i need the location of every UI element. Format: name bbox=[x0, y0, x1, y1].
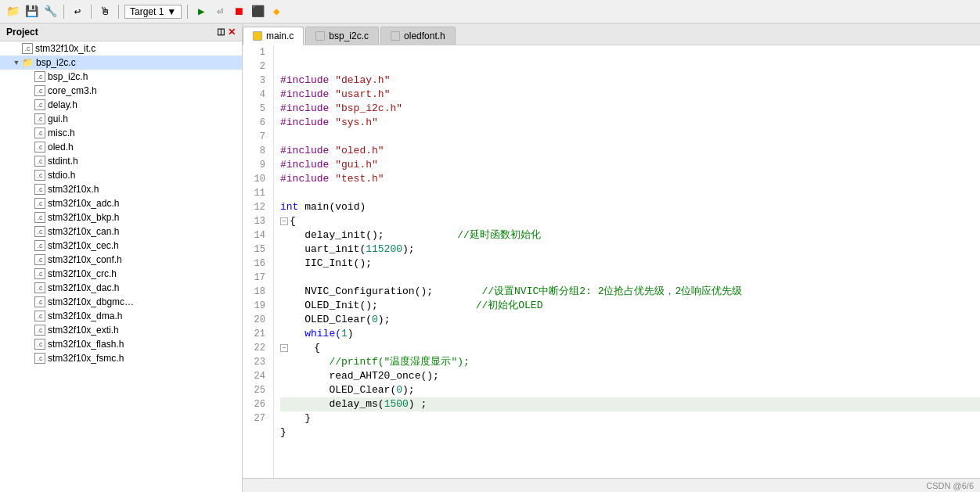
sidebar-item-stdint_h[interactable]: .cstdint.h bbox=[0, 154, 242, 168]
line-number-1: 1 bbox=[246, 45, 268, 59]
sidebar-item-stm32f10x_exti[interactable]: .cstm32f10x_exti.h bbox=[0, 323, 242, 337]
line-number-24: 24 bbox=[246, 369, 268, 383]
file-icon: .c bbox=[34, 170, 45, 181]
token: "usart.h" bbox=[335, 88, 390, 100]
expand-icon bbox=[25, 101, 33, 109]
toolbar-icon-file[interactable]: 📁 bbox=[5, 4, 20, 20]
tab-bsp_i2c_c[interactable]: bsp_i2c.c bbox=[305, 27, 379, 45]
token: { bbox=[290, 342, 320, 354]
code-editor[interactable]: 1234567891011121314151617181920212223242… bbox=[243, 45, 980, 478]
toolbar-icon-stop[interactable]: ⏹ bbox=[231, 4, 247, 20]
sidebar-item-bsp_i2c[interactable]: ▼📁bsp_i2c.c bbox=[0, 56, 242, 70]
line-number-17: 17 bbox=[246, 271, 268, 285]
sidebar-item-stm32f10x_crc[interactable]: .cstm32f10x_crc.h bbox=[0, 267, 242, 281]
sidebar-item-stm32f10x_flash[interactable]: .cstm32f10x_flash.h bbox=[0, 337, 242, 351]
token: #include bbox=[280, 145, 335, 156]
sidebar-item-stm32f10x_adc[interactable]: .cstm32f10x_adc.h bbox=[0, 196, 242, 210]
file-icon: .c bbox=[34, 254, 45, 265]
sidebar-item-misc_h[interactable]: .cmisc.h bbox=[0, 126, 242, 140]
sidebar-item-label: bsp_i2c.h bbox=[48, 71, 88, 82]
toolbar-separator-1 bbox=[63, 5, 64, 19]
toolbar-icon-green[interactable]: ⬛ bbox=[250, 4, 265, 20]
sidebar-item-stm32f10x_cec[interactable]: .cstm32f10x_cec.h bbox=[0, 239, 242, 253]
target-label: Target 1 bbox=[130, 6, 164, 17]
token: //设置NVIC中断分组2: 2位抢占优先级，2位响应优先级 bbox=[433, 286, 742, 297]
line-number-4: 4 bbox=[246, 88, 268, 102]
sidebar-item-label: stm32f10x_conf.h bbox=[48, 254, 122, 265]
code-line-26: } bbox=[280, 426, 980, 440]
token: ) bbox=[348, 328, 354, 339]
line-number-10: 10 bbox=[246, 172, 268, 186]
sidebar-item-stm32f10x_dbgmc[interactable]: .cstm32f10x_dbgmc… bbox=[0, 295, 242, 309]
sidebar-item-stm32f10x_bkp[interactable]: .cstm32f10x_bkp.h bbox=[0, 210, 242, 224]
line-number-25: 25 bbox=[246, 383, 268, 397]
line-number-21: 21 bbox=[246, 327, 268, 341]
expand-icon[interactable]: ▼ bbox=[13, 59, 20, 66]
fold-icon-11[interactable]: − bbox=[280, 217, 288, 225]
sidebar-item-core_cm3[interactable]: .ccore_cm3.h bbox=[0, 84, 242, 98]
sidebar-item-label: misc.h bbox=[48, 127, 75, 138]
sidebar-item-stm32f10x_it[interactable]: .cstm32f10x_it.c bbox=[0, 41, 242, 56]
sidebar-item-stm32f10x_can[interactable]: .cstm32f10x_can.h bbox=[0, 224, 242, 239]
expand-icon bbox=[25, 312, 33, 320]
token: ); bbox=[378, 314, 391, 325]
file-icon: .c bbox=[34, 184, 45, 195]
expand-icon bbox=[25, 199, 33, 207]
token: #include bbox=[280, 88, 335, 100]
file-icon: .c bbox=[34, 113, 45, 124]
toolbar-icon-play[interactable]: ▶ bbox=[193, 4, 209, 20]
tab-icon bbox=[391, 31, 400, 41]
expand-icon bbox=[25, 326, 33, 334]
file-icon: .c bbox=[34, 212, 45, 223]
expand-icon bbox=[25, 284, 33, 292]
sidebar-item-stm32f10x_h[interactable]: .cstm32f10x.h bbox=[0, 182, 242, 196]
toolbar-icon-orange[interactable]: ◆ bbox=[268, 4, 284, 20]
file-icon: .c bbox=[34, 99, 45, 110]
toolbar-icon-cursor[interactable]: 🖱 bbox=[97, 4, 113, 20]
sidebar-close-icon[interactable]: ✕ bbox=[228, 27, 236, 38]
toolbar-icon-step[interactable]: ⏎ bbox=[212, 4, 228, 20]
toolbar-icon-build[interactable]: 🔧 bbox=[42, 4, 58, 20]
token: int bbox=[280, 201, 304, 213]
sidebar-item-label: stdio.h bbox=[48, 170, 75, 181]
expand-icon bbox=[25, 115, 33, 123]
toolbar-icon-undo[interactable]: ↩ bbox=[70, 4, 85, 20]
tab-label: bsp_i2c.c bbox=[329, 31, 369, 41]
code-line-17: OLED_Init(); //初始化OLED bbox=[280, 299, 980, 313]
sidebar-item-stm32f10x_dma[interactable]: .cstm32f10x_dma.h bbox=[0, 309, 242, 323]
code-line-8: #include "test.h" bbox=[280, 172, 980, 186]
code-line-18: OLED_Clear(0); bbox=[280, 313, 980, 327]
line-number-12: 12 bbox=[246, 200, 268, 214]
file-icon: .c bbox=[22, 43, 33, 54]
expand-icon bbox=[25, 270, 33, 278]
code-content[interactable]: #include "delay.h"#include "usart.h"#inc… bbox=[274, 45, 980, 478]
expand-icon bbox=[25, 87, 33, 95]
line-number-15: 15 bbox=[246, 242, 268, 257]
sidebar-item-stdio_h[interactable]: .cstdio.h bbox=[0, 168, 242, 182]
folder-icon: 📁 bbox=[22, 57, 34, 68]
target-selector[interactable]: Target 1 ▼ bbox=[124, 5, 182, 19]
sidebar-item-label: oled.h bbox=[48, 142, 74, 153]
code-line-23: OLED_Clear(0); bbox=[280, 383, 980, 397]
tab-main_c[interactable]: main.c bbox=[243, 27, 304, 45]
expand-icon bbox=[25, 129, 33, 137]
file-icon: .c bbox=[34, 240, 45, 251]
code-line-12: delay_init(); //延时函数初始化 bbox=[280, 228, 980, 242]
target-dropdown-icon[interactable]: ▼ bbox=[167, 6, 176, 17]
sidebar-item-stm32f10x_dac[interactable]: .cstm32f10x_dac.h bbox=[0, 281, 242, 295]
line-number-22: 22 bbox=[246, 341, 268, 355]
sidebar-item-stm32f10x_conf[interactable]: .cstm32f10x_conf.h bbox=[0, 253, 242, 267]
toolbar-separator-2 bbox=[91, 5, 92, 19]
sidebar-item-bsp_i2c_h[interactable]: .cbsp_i2c.h bbox=[0, 70, 242, 84]
fold-icon-20[interactable]: − bbox=[280, 344, 288, 352]
token: main(void) bbox=[304, 201, 366, 213]
sidebar-pin-icon[interactable]: ◫ bbox=[217, 27, 225, 38]
tab-oledfont_h[interactable]: oledfont.h bbox=[380, 27, 456, 45]
sidebar-item-gui_h[interactable]: .cgui.h bbox=[0, 112, 242, 126]
sidebar-item-label: stm32f10x_dma.h bbox=[48, 311, 122, 321]
sidebar-item-oled_h[interactable]: .coled.h bbox=[0, 140, 242, 154]
sidebar-item-delay_h[interactable]: .cdelay.h bbox=[0, 98, 242, 112]
toolbar-icon-save[interactable]: 💾 bbox=[23, 4, 39, 20]
sidebar-item-label: stm32f10x_dac.h bbox=[48, 282, 119, 293]
sidebar-item-stm32f10x_fsmc[interactable]: .cstm32f10x_fsmc.h bbox=[0, 351, 242, 365]
